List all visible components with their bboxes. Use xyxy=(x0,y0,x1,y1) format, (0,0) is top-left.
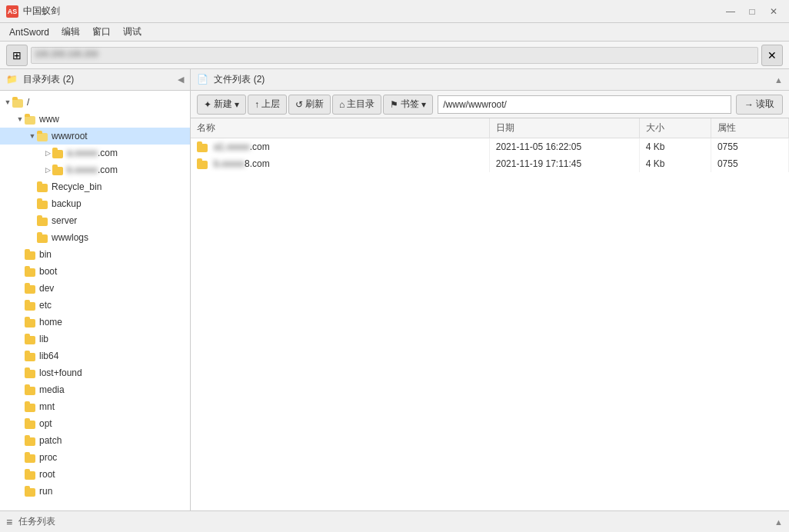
tree-item-etc[interactable]: etc xyxy=(0,297,190,314)
col-name[interactable]: 名称 xyxy=(191,118,490,138)
menu-antsword[interactable]: AntSword xyxy=(3,25,55,39)
path-input[interactable] xyxy=(438,95,731,114)
app-icon: AS xyxy=(6,5,18,18)
home-button[interactable]: ⌂ 主目录 xyxy=(332,95,381,115)
tree-item-proc[interactable]: proc xyxy=(0,449,190,466)
tree-label-rootdir: root xyxy=(39,469,55,480)
folder-domain1-icon xyxy=(52,148,65,158)
tree-item-boot[interactable]: boot xyxy=(0,263,190,280)
file-name-2: b.xxxxx8.com xyxy=(214,158,270,169)
folder-bin-icon xyxy=(25,249,37,260)
file-name-1: a1.xxxxx.com xyxy=(214,141,270,152)
folder-root-icon xyxy=(12,97,25,108)
refresh-icon: ↺ xyxy=(295,99,303,110)
tree-item-recycle[interactable]: Recycle_bin xyxy=(0,178,190,195)
tree-label-mnt: mnt xyxy=(39,401,55,412)
table-header-row: 名称 日期 大小 属性 xyxy=(191,118,789,138)
main-toolbar: ⊞ 100.200.100.200 ✕ xyxy=(0,42,789,69)
tree-item-dev[interactable]: dev xyxy=(0,280,190,297)
menu-window[interactable]: 窗口 xyxy=(86,24,117,40)
tree-item-media[interactable]: media xyxy=(0,381,190,398)
titlebar: AS 中国蚁剑 — □ ✕ xyxy=(0,0,789,23)
toolbar-grid-icon[interactable]: ⊞ xyxy=(6,45,28,66)
dir-collapse-btn[interactable]: ◀ xyxy=(178,75,184,85)
tree-label-server: server xyxy=(52,215,77,226)
col-size[interactable]: 大小 xyxy=(639,118,711,138)
read-button[interactable]: → 读取 xyxy=(736,95,783,115)
tasks-icon: ≡ xyxy=(6,516,12,528)
new-button[interactable]: ✦ 新建 ▾ xyxy=(197,95,246,115)
menu-edit[interactable]: 编辑 xyxy=(55,24,86,40)
minimize-button[interactable]: — xyxy=(721,4,740,19)
dir-header: 📁 目录列表 (2) ◀ xyxy=(0,69,190,91)
tree-item-home[interactable]: home xyxy=(0,314,190,331)
tree-item-rootdir[interactable]: root xyxy=(0,466,190,483)
bookmark-icon: ⚑ xyxy=(390,99,398,110)
file-date-2: 2021-11-19 17:11:45 xyxy=(490,155,639,172)
tree-item-lib64[interactable]: lib64 xyxy=(0,347,190,364)
expand-domain2-icon: ▷ xyxy=(43,166,52,174)
file-name-cell: b.xxxxx8.com xyxy=(191,155,490,172)
home-icon: ⌂ xyxy=(339,99,345,110)
dir-header-label: 📁 目录列表 (2) xyxy=(6,73,74,86)
folder-wwwlogs-icon xyxy=(37,232,49,243)
folder-rootdir-icon xyxy=(25,469,37,480)
expand-www-icon: ▼ xyxy=(15,115,25,123)
tree-label-media: media xyxy=(39,384,65,395)
titlebar-left: AS 中国蚁剑 xyxy=(6,5,60,18)
col-date[interactable]: 日期 xyxy=(490,118,639,138)
expand-wwwroot-icon: ▼ xyxy=(28,132,37,140)
file-table: 名称 日期 大小 属性 a1.xxxxx.com xyxy=(191,118,789,510)
folder-lib64-icon xyxy=(25,351,37,361)
read-label: 读取 xyxy=(756,98,774,111)
folder-icon-row2 xyxy=(197,158,209,169)
bookmark-button[interactable]: ⚑ 书签 ▾ xyxy=(383,95,433,115)
toolbar-address: 100.200.100.200 xyxy=(31,47,758,64)
tree-label-patch: patch xyxy=(39,435,62,446)
tree-item-root[interactable]: ▼ / xyxy=(0,94,190,111)
file-collapse-btn[interactable]: ▲ xyxy=(774,75,783,85)
tree-item-server[interactable]: server xyxy=(0,212,190,229)
tree-label-recycle: Recycle_bin xyxy=(52,181,102,192)
tree-item-lostfound[interactable]: lost+found xyxy=(0,364,190,381)
tree-label-domain2: b.xxxxx.com xyxy=(67,165,118,175)
tree-item-run[interactable]: run xyxy=(0,483,190,500)
folder-www-icon xyxy=(25,114,37,125)
maximize-button[interactable]: □ xyxy=(743,4,761,19)
toolbar-close-icon[interactable]: ✕ xyxy=(761,45,783,66)
tree-item-mnt[interactable]: mnt xyxy=(0,398,190,415)
tree-label-boot: boot xyxy=(39,266,57,277)
menu-debug[interactable]: 调试 xyxy=(117,24,148,40)
file-toolbar: ✦ 新建 ▾ ↑ 上层 ↺ 刷新 ⌂ 主目录 ⚑ 书签 ▾ xyxy=(191,91,789,118)
files-table: 名称 日期 大小 属性 a1.xxxxx.com xyxy=(191,118,789,172)
tree-item-opt[interactable]: opt xyxy=(0,415,190,432)
new-icon: ✦ xyxy=(204,99,211,110)
statusbar-collapse-btn[interactable]: ▲ xyxy=(774,517,783,527)
expand-domain1-icon: ▷ xyxy=(43,149,52,157)
close-button[interactable]: ✕ xyxy=(764,4,783,19)
left-panel: 📁 目录列表 (2) ◀ ▼ / ▼ www ▼ wwwroot xyxy=(0,69,191,510)
tasks-label: 任务列表 xyxy=(18,515,55,528)
tree-item-backup[interactable]: backup xyxy=(0,195,190,212)
up-button[interactable]: ↑ 上层 xyxy=(248,95,287,115)
tree-label-lib: lib xyxy=(39,334,48,344)
tree-item-domain1[interactable]: ▷ a.xxxxx.com xyxy=(0,145,190,161)
table-row[interactable]: b.xxxxx8.com 2021-11-19 17:11:45 4 Kb 07… xyxy=(191,155,789,172)
tree-item-patch[interactable]: patch xyxy=(0,432,190,449)
tree-item-bin[interactable]: bin xyxy=(0,246,190,263)
tree-item-lib[interactable]: lib xyxy=(0,331,190,347)
refresh-button[interactable]: ↺ 刷新 xyxy=(288,95,331,115)
tree-item-wwwroot[interactable]: ▼ wwwroot xyxy=(0,128,190,145)
table-row[interactable]: a1.xxxxx.com 2021-11-05 16:22:05 4 Kb 07… xyxy=(191,138,789,156)
window-controls: — □ ✕ xyxy=(721,4,783,19)
tree-item-domain2[interactable]: ▷ b.xxxxx.com xyxy=(0,161,190,178)
statusbar: ≡ 任务列表 ▲ xyxy=(0,510,789,532)
file-name-cell: a1.xxxxx.com xyxy=(191,138,490,155)
tree-label-bin: bin xyxy=(39,249,52,260)
refresh-label: 刷新 xyxy=(305,98,324,111)
tree-item-www[interactable]: ▼ www xyxy=(0,111,190,128)
tree-label-root: / xyxy=(27,97,29,108)
file-attr-1: 0755 xyxy=(711,138,788,156)
tree-item-wwwlogs[interactable]: wwwlogs xyxy=(0,229,190,246)
col-attr[interactable]: 属性 xyxy=(711,118,788,138)
